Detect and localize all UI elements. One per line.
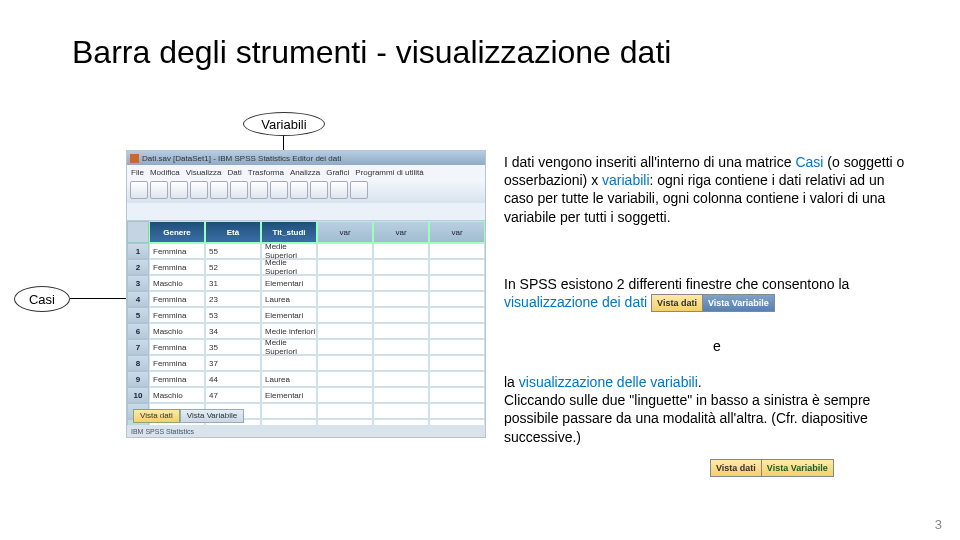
row-number[interactable]: 8 (127, 355, 149, 371)
cell[interactable] (373, 323, 429, 339)
col-eta[interactable]: Età (205, 221, 261, 243)
toolbar-button[interactable] (350, 181, 368, 199)
cell[interactable]: Medie Superiori (261, 259, 317, 275)
cell[interactable] (317, 307, 373, 323)
cell[interactable] (317, 387, 373, 403)
cell[interactable]: Femmina (149, 355, 205, 371)
toolbar-button[interactable] (210, 181, 228, 199)
cell[interactable]: Femmina (149, 339, 205, 355)
col-empty[interactable]: var (373, 221, 429, 243)
cell[interactable]: Medie Superiori (261, 243, 317, 259)
toolbar-button[interactable] (150, 181, 168, 199)
cell[interactable] (429, 355, 485, 371)
cell[interactable]: 23 (205, 291, 261, 307)
row-number[interactable]: 4 (127, 291, 149, 307)
cell[interactable] (373, 355, 429, 371)
menu-item[interactable]: Dati (228, 168, 242, 177)
row-number[interactable]: 9 (127, 371, 149, 387)
cell[interactable] (373, 339, 429, 355)
cell[interactable]: Femmina (149, 243, 205, 259)
menu-item[interactable]: File (131, 168, 144, 177)
menu-item[interactable]: Trasforma (248, 168, 284, 177)
cell[interactable] (373, 403, 429, 419)
toolbar-button[interactable] (130, 181, 148, 199)
row-number[interactable]: 3 (127, 275, 149, 291)
cell[interactable] (317, 323, 373, 339)
toolbar-button[interactable] (330, 181, 348, 199)
cell[interactable] (429, 371, 485, 387)
cell[interactable] (317, 355, 373, 371)
cell[interactable]: Maschio (149, 323, 205, 339)
cell[interactable] (261, 403, 317, 419)
row-number[interactable]: 1 (127, 243, 149, 259)
cell[interactable]: Laurea (261, 371, 317, 387)
cell[interactable]: 34 (205, 323, 261, 339)
cell[interactable]: Femmina (149, 307, 205, 323)
cell[interactable] (373, 291, 429, 307)
cell[interactable] (317, 403, 373, 419)
cell[interactable]: 55 (205, 243, 261, 259)
cell[interactable] (373, 371, 429, 387)
col-genere[interactable]: Genere (149, 221, 205, 243)
cell[interactable] (373, 275, 429, 291)
row-number[interactable]: 6 (127, 323, 149, 339)
menu-item[interactable]: Analizza (290, 168, 320, 177)
cell[interactable]: Laurea (261, 291, 317, 307)
cell[interactable]: 31 (205, 275, 261, 291)
col-titstudi[interactable]: Tit_studi (261, 221, 317, 243)
toolbar-button[interactable] (290, 181, 308, 199)
cell[interactable] (429, 275, 485, 291)
cell[interactable]: Medie inferiori (261, 323, 317, 339)
row-number[interactable]: 5 (127, 307, 149, 323)
cell[interactable] (317, 339, 373, 355)
cell[interactable]: Maschio (149, 387, 205, 403)
cell[interactable] (429, 243, 485, 259)
cell[interactable] (317, 291, 373, 307)
row-number[interactable]: 7 (127, 339, 149, 355)
tab-vista-dati[interactable]: Vista dati (133, 409, 180, 423)
toolbar-button[interactable] (230, 181, 248, 199)
cell[interactable]: Elementari (261, 387, 317, 403)
col-empty[interactable]: var (317, 221, 373, 243)
cell[interactable] (261, 355, 317, 371)
menu-item[interactable]: Programmi di utilità (355, 168, 423, 177)
cell[interactable] (373, 387, 429, 403)
cell[interactable]: 35 (205, 339, 261, 355)
row-number[interactable]: 10 (127, 387, 149, 403)
col-empty[interactable]: var (429, 221, 485, 243)
menu-item[interactable]: Modifica (150, 168, 180, 177)
cell[interactable]: Femmina (149, 291, 205, 307)
cell[interactable] (373, 307, 429, 323)
cell[interactable]: 47 (205, 387, 261, 403)
cell[interactable]: Medie Superiori (261, 339, 317, 355)
cell[interactable]: Elementari (261, 275, 317, 291)
menu-item[interactable]: Grafici (326, 168, 349, 177)
tab-vista-variabile[interactable]: Vista Variabile (180, 409, 244, 423)
cell[interactable]: 37 (205, 355, 261, 371)
cell[interactable] (429, 307, 485, 323)
toolbar-button[interactable] (170, 181, 188, 199)
cell[interactable]: Femmina (149, 259, 205, 275)
cell[interactable]: 52 (205, 259, 261, 275)
cell[interactable]: 44 (205, 371, 261, 387)
cell[interactable] (429, 291, 485, 307)
cell[interactable] (317, 275, 373, 291)
menu-item[interactable]: Visualizza (186, 168, 222, 177)
cell[interactable]: Femmina (149, 371, 205, 387)
toolbar-button[interactable] (250, 181, 268, 199)
cell[interactable] (429, 339, 485, 355)
cell[interactable] (373, 259, 429, 275)
cell[interactable] (373, 243, 429, 259)
cell[interactable] (317, 371, 373, 387)
cell[interactable] (317, 243, 373, 259)
cell[interactable] (429, 259, 485, 275)
cell[interactable] (429, 403, 485, 419)
toolbar-button[interactable] (310, 181, 328, 199)
cell[interactable] (317, 259, 373, 275)
cell[interactable] (429, 323, 485, 339)
cell[interactable]: Elementari (261, 307, 317, 323)
toolbar-button[interactable] (190, 181, 208, 199)
toolbar-button[interactable] (270, 181, 288, 199)
cell[interactable]: Maschio (149, 275, 205, 291)
cell[interactable]: 53 (205, 307, 261, 323)
